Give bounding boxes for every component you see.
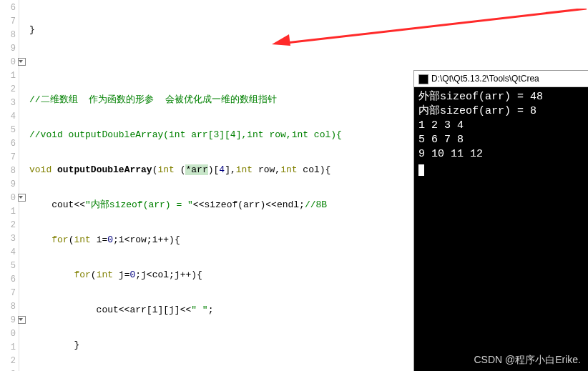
line-number: 9 [0,178,19,192]
code-line: for(int i=0;i<row;i++){ [29,233,409,247]
line-number: 6 [0,1,19,15]
line-number: 5 [0,259,19,273]
code-line: void outputDoubleArray(int (*arr)[4],int… [29,163,409,177]
line-number: 2 [0,355,19,368]
line-number: 7 [0,287,19,300]
line-number: 8 [0,29,19,42]
line-number: 5 [0,124,19,137]
cursor-icon [418,164,424,176]
line-number: 0 [0,192,19,205]
watermark-text: CSDN @程序小白Erike. [474,354,581,367]
console-line: 5 6 7 8 [418,133,584,147]
code-comment: //二维数组 作为函数的形参 会被优化成一维的数组指针 [29,93,409,107]
line-number: 2 [0,83,19,97]
fold-icon[interactable] [18,58,26,66]
line-number: 6 [0,273,19,287]
line-number: 1 [0,341,19,355]
line-number: 1 [0,205,19,219]
console-titlebar[interactable]: D:\Qt\Qt5.13.2\Tools\QtCrea [414,71,588,87]
line-number: 2 [0,219,19,232]
line-number: 8 [0,300,19,314]
line-number-gutter: 6 7 8 9 0 1 2 3 4 5 6 7 8 9 0 1 2 3 4 5 … [0,0,19,371]
line-number: 9 [0,314,19,327]
fold-icon[interactable] [18,316,26,324]
console-output[interactable]: 外部sizeof(arr) = 48内部sizeof(arr) = 81 2 3… [414,87,588,179]
console-line: 外部sizeof(arr) = 48 [418,90,584,104]
code-line [29,58,409,71]
console-title-text: D:\Qt\Qt5.13.2\Tools\QtCrea [431,74,539,84]
code-editor[interactable]: 6 7 8 9 0 1 2 3 4 5 6 7 8 9 0 1 2 3 4 5 … [0,0,409,371]
line-number: 0 [0,327,19,341]
line-number: 7 [0,151,19,164]
line-number: 4 [0,110,19,124]
console-window: D:\Qt\Qt5.13.2\Tools\QtCrea 外部sizeof(arr… [413,70,588,371]
console-line: 9 10 11 12 [418,147,584,162]
line-number: 3 [0,368,19,371]
console-line: 内部sizeof(arr) = 8 [418,104,584,119]
code-line: for(int j=0;j<col;j++){ [29,268,409,282]
line-number: 0 [0,56,19,69]
line-number: 9 [0,42,19,56]
code-line: cout<<"内部sizeof(arr) = "<<sizeof(arr)<<e… [29,198,409,212]
line-number: 8 [0,164,19,178]
line-number: 3 [0,232,19,246]
code-line: } [29,338,409,352]
console-line: 1 2 3 4 [418,119,584,133]
line-number: 3 [0,97,19,110]
line-number: 6 [0,137,19,151]
line-number: 4 [0,246,19,259]
code-line: } [29,23,409,36]
code-line: cout<<arr[i][j]<<" "; [29,303,409,317]
code-comment: //void outputDoubleArray(int arr[3][4],i… [29,128,409,142]
fold-icon[interactable] [18,194,26,202]
code-area[interactable]: } //二维数组 作为函数的形参 会被优化成一维的数组指针 //void out… [19,0,409,371]
line-number: 7 [0,15,19,29]
line-number: 1 [0,69,19,83]
console-app-icon [418,74,428,84]
